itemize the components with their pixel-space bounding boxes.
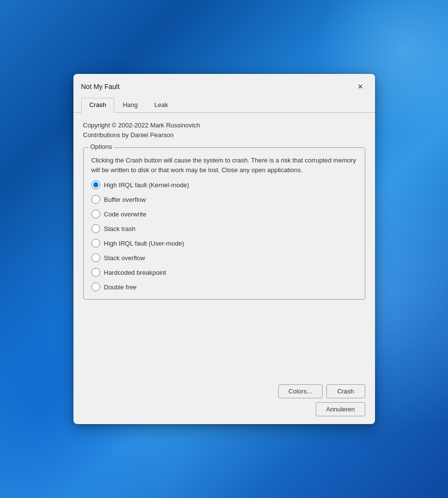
options-description: Clicking the Crash button will cause the…	[91, 156, 357, 175]
close-button[interactable]: ✕	[354, 80, 367, 93]
tab-crash[interactable]: Crash	[81, 98, 115, 113]
radio-label-5: High IRQL fault (User-mode)	[104, 240, 184, 247]
copyright-line2: Contributions by Daniel Pearson	[83, 130, 365, 140]
copyright-block: Copyright © 2002-2022 Mark Russinovich C…	[83, 121, 365, 140]
radio-item-8[interactable]: Double free	[91, 283, 357, 291]
radio-item-6[interactable]: Stack overflow	[91, 253, 357, 262]
radio-double-free[interactable]	[91, 283, 100, 291]
radio-group: High IRQL fault (Kernel-mode) Buffer ove…	[91, 180, 357, 291]
radio-stack-overflow[interactable]	[91, 253, 100, 262]
title-bar: Not My Fault ✕	[73, 74, 375, 97]
crash-button[interactable]: Crash	[326, 384, 365, 398]
radio-label-6: Stack overflow	[104, 254, 145, 262]
radio-label-7: Hardcoded breakpoint	[104, 269, 166, 276]
annuleren-button[interactable]: Annuleren	[316, 402, 365, 416]
radio-item-3[interactable]: Code overwrite	[91, 210, 357, 218]
radio-buffer-overflow[interactable]	[91, 195, 100, 204]
options-group: Options Clicking the Crash button will c…	[83, 147, 365, 300]
radio-high-irql-kernel[interactable]	[91, 180, 100, 189]
tab-bar: Crash Hang Leak	[73, 97, 375, 113]
dialog-window: Not My Fault ✕ Crash Hang Leak Copyright…	[73, 74, 375, 424]
dialog-title: Not My Fault	[81, 83, 120, 90]
radio-item-2[interactable]: Buffer overflow	[91, 195, 357, 204]
radio-label-2: Buffer overflow	[104, 196, 146, 203]
radio-code-overwrite[interactable]	[91, 210, 100, 218]
radio-hardcoded-breakpoint[interactable]	[91, 268, 100, 277]
options-legend: Options	[89, 143, 114, 150]
radio-item-7[interactable]: Hardcoded breakpoint	[91, 268, 357, 277]
radio-label-1: High IRQL fault (Kernel-mode)	[104, 181, 189, 189]
button-row-1: Colors... Crash	[73, 380, 375, 402]
radio-label-4: Stack trash	[104, 225, 136, 232]
dialog-backdrop: Not My Fault ✕ Crash Hang Leak Copyright…	[0, 0, 448, 498]
radio-item-5[interactable]: High IRQL fault (User-mode)	[91, 239, 357, 248]
button-row-2: Annuleren	[73, 402, 375, 424]
radio-label-3: Code overwrite	[104, 211, 146, 218]
colors-button[interactable]: Colors...	[278, 384, 322, 398]
radio-item-4[interactable]: Stack trash	[91, 224, 357, 233]
radio-high-irql-user[interactable]	[91, 239, 100, 248]
radio-stack-trash[interactable]	[91, 224, 100, 233]
radio-label-8: Double free	[104, 284, 137, 291]
copyright-line1: Copyright © 2002-2022 Mark Russinovich	[83, 121, 365, 130]
dialog-content: Copyright © 2002-2022 Mark Russinovich C…	[73, 113, 375, 380]
radio-item-1[interactable]: High IRQL fault (Kernel-mode)	[91, 180, 357, 189]
tab-leak[interactable]: Leak	[146, 98, 176, 113]
tab-hang[interactable]: Hang	[114, 98, 146, 113]
